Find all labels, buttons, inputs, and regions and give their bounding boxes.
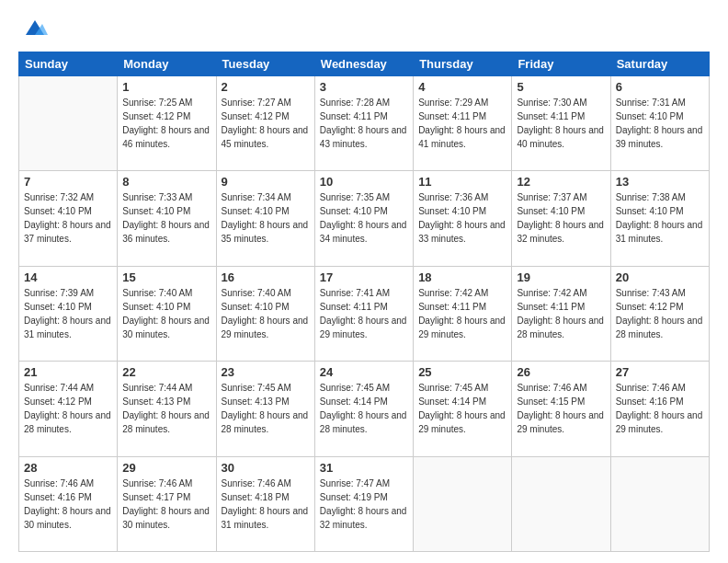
day-info: Sunrise: 7:43 AMSunset: 4:12 PMDaylight:… [616,286,704,341]
day-cell [512,456,610,551]
day-info: Sunrise: 7:45 AMSunset: 4:14 PMDaylight:… [320,381,408,436]
day-number: 17 [320,270,408,284]
logo [18,17,48,42]
day-cell [610,456,709,551]
header [18,17,710,42]
day-number: 29 [122,461,210,475]
day-cell: 13Sunrise: 7:38 AMSunset: 4:10 PMDayligh… [610,171,709,266]
day-cell: 26Sunrise: 7:46 AMSunset: 4:15 PMDayligh… [512,362,610,456]
day-number: 20 [616,270,704,284]
day-info: Sunrise: 7:36 AMSunset: 4:10 PMDaylight:… [418,190,506,246]
day-cell: 31Sunrise: 7:47 AMSunset: 4:19 PMDayligh… [314,456,413,551]
week-row-4: 21Sunrise: 7:44 AMSunset: 4:12 PMDayligh… [19,362,710,456]
day-number: 3 [320,80,408,94]
day-cell: 27Sunrise: 7:46 AMSunset: 4:16 PMDayligh… [610,362,709,456]
col-header-wednesday: Wednesday [314,52,413,76]
page: SundayMondayTuesdayWednesdayThursdayFrid… [0,0,728,563]
day-info: Sunrise: 7:34 AMSunset: 4:10 PMDaylight:… [222,190,310,246]
day-info: Sunrise: 7:46 AMSunset: 4:18 PMDaylight:… [222,477,310,532]
day-number: 30 [222,461,310,475]
day-number: 14 [24,270,112,284]
day-cell: 28Sunrise: 7:46 AMSunset: 4:16 PMDayligh… [19,456,118,551]
day-info: Sunrise: 7:44 AMSunset: 4:13 PMDaylight:… [122,381,210,436]
day-number: 27 [616,365,704,379]
day-cell: 17Sunrise: 7:41 AMSunset: 4:11 PMDayligh… [314,266,413,361]
day-cell: 23Sunrise: 7:45 AMSunset: 4:13 PMDayligh… [216,362,314,456]
day-number: 10 [320,175,408,189]
day-cell: 14Sunrise: 7:39 AMSunset: 4:10 PMDayligh… [19,266,118,361]
day-info: Sunrise: 7:47 AMSunset: 4:19 PMDaylight:… [320,477,408,532]
day-cell: 12Sunrise: 7:37 AMSunset: 4:10 PMDayligh… [512,171,610,266]
day-number: 9 [222,175,310,189]
day-info: Sunrise: 7:33 AMSunset: 4:10 PMDaylight:… [122,190,210,246]
day-info: Sunrise: 7:45 AMSunset: 4:13 PMDaylight:… [222,381,310,436]
day-info: Sunrise: 7:35 AMSunset: 4:10 PMDaylight:… [320,190,408,246]
day-info: Sunrise: 7:37 AMSunset: 4:10 PMDaylight:… [517,190,605,246]
day-cell: 15Sunrise: 7:40 AMSunset: 4:10 PMDayligh… [118,266,216,361]
day-info: Sunrise: 7:27 AMSunset: 4:12 PMDaylight:… [222,96,310,151]
day-cell: 19Sunrise: 7:42 AMSunset: 4:11 PMDayligh… [512,266,610,361]
day-cell: 16Sunrise: 7:40 AMSunset: 4:10 PMDayligh… [216,266,314,361]
day-number: 26 [517,365,605,379]
day-info: Sunrise: 7:25 AMSunset: 4:12 PMDaylight:… [122,96,210,151]
logo-icon [22,15,48,40]
day-cell: 4Sunrise: 7:29 AMSunset: 4:11 PMDaylight… [414,76,512,171]
day-info: Sunrise: 7:29 AMSunset: 4:11 PMDaylight:… [418,96,506,151]
day-number: 5 [517,80,605,94]
col-header-thursday: Thursday [414,52,512,76]
week-row-2: 7Sunrise: 7:32 AMSunset: 4:10 PMDaylight… [19,171,710,266]
day-number: 2 [222,80,310,94]
day-cell [414,456,512,551]
day-info: Sunrise: 7:46 AMSunset: 4:17 PMDaylight:… [122,477,210,532]
day-info: Sunrise: 7:28 AMSunset: 4:11 PMDaylight:… [320,96,408,151]
day-number: 31 [320,461,408,475]
col-header-saturday: Saturday [610,52,709,76]
calendar-table: SundayMondayTuesdayWednesdayThursdayFrid… [18,52,710,552]
day-info: Sunrise: 7:40 AMSunset: 4:10 PMDaylight:… [222,286,310,341]
day-cell: 3Sunrise: 7:28 AMSunset: 4:11 PMDaylight… [314,76,413,171]
day-info: Sunrise: 7:46 AMSunset: 4:16 PMDaylight:… [616,381,704,436]
day-info: Sunrise: 7:46 AMSunset: 4:15 PMDaylight:… [517,381,605,436]
day-cell: 21Sunrise: 7:44 AMSunset: 4:12 PMDayligh… [19,362,118,456]
day-number: 12 [517,175,605,189]
day-info: Sunrise: 7:39 AMSunset: 4:10 PMDaylight:… [24,286,112,341]
day-cell: 22Sunrise: 7:44 AMSunset: 4:13 PMDayligh… [118,362,216,456]
week-row-3: 14Sunrise: 7:39 AMSunset: 4:10 PMDayligh… [19,266,710,361]
day-cell: 8Sunrise: 7:33 AMSunset: 4:10 PMDaylight… [118,171,216,266]
day-number: 11 [418,175,506,189]
day-number: 22 [122,365,210,379]
day-info: Sunrise: 7:46 AMSunset: 4:16 PMDaylight:… [24,477,112,532]
day-cell: 24Sunrise: 7:45 AMSunset: 4:14 PMDayligh… [314,362,413,456]
day-cell: 6Sunrise: 7:31 AMSunset: 4:10 PMDaylight… [610,76,709,171]
day-cell [19,76,118,171]
day-cell: 30Sunrise: 7:46 AMSunset: 4:18 PMDayligh… [216,456,314,551]
day-info: Sunrise: 7:44 AMSunset: 4:12 PMDaylight:… [24,381,112,436]
day-number: 13 [616,175,704,189]
day-info: Sunrise: 7:32 AMSunset: 4:10 PMDaylight:… [24,190,112,246]
day-cell: 9Sunrise: 7:34 AMSunset: 4:10 PMDaylight… [216,171,314,266]
day-cell: 5Sunrise: 7:30 AMSunset: 4:11 PMDaylight… [512,76,610,171]
col-header-tuesday: Tuesday [216,52,314,76]
day-number: 1 [122,80,210,94]
day-cell: 7Sunrise: 7:32 AMSunset: 4:10 PMDaylight… [19,171,118,266]
day-cell: 11Sunrise: 7:36 AMSunset: 4:10 PMDayligh… [414,171,512,266]
week-row-1: 1Sunrise: 7:25 AMSunset: 4:12 PMDaylight… [19,76,710,171]
day-info: Sunrise: 7:41 AMSunset: 4:11 PMDaylight:… [320,286,408,341]
day-number: 19 [517,270,605,284]
week-row-5: 28Sunrise: 7:46 AMSunset: 4:16 PMDayligh… [19,456,710,551]
day-info: Sunrise: 7:31 AMSunset: 4:10 PMDaylight:… [616,96,704,151]
day-number: 24 [320,365,408,379]
day-number: 6 [616,80,704,94]
day-info: Sunrise: 7:42 AMSunset: 4:11 PMDaylight:… [517,286,605,341]
day-info: Sunrise: 7:42 AMSunset: 4:11 PMDaylight:… [418,286,506,341]
day-cell: 10Sunrise: 7:35 AMSunset: 4:10 PMDayligh… [314,171,413,266]
calendar-header-row: SundayMondayTuesdayWednesdayThursdayFrid… [19,52,710,76]
day-number: 18 [418,270,506,284]
col-header-sunday: Sunday [19,52,118,76]
day-cell: 29Sunrise: 7:46 AMSunset: 4:17 PMDayligh… [118,456,216,551]
col-header-monday: Monday [118,52,216,76]
day-cell: 1Sunrise: 7:25 AMSunset: 4:12 PMDaylight… [118,76,216,171]
col-header-friday: Friday [512,52,610,76]
day-number: 4 [418,80,506,94]
day-number: 15 [122,270,210,284]
